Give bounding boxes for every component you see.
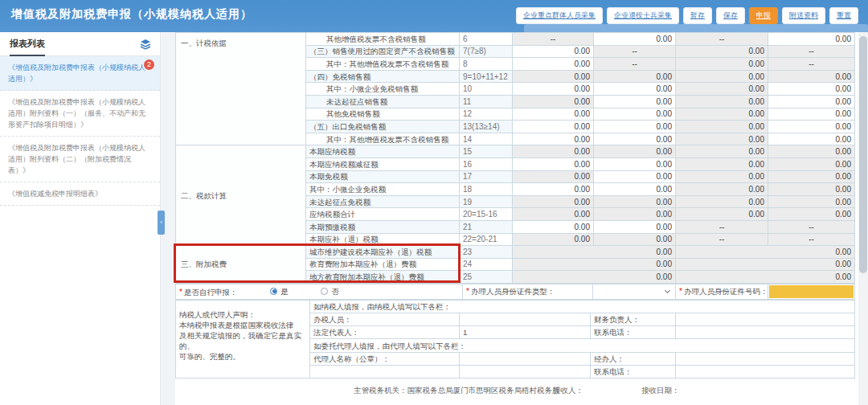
temp-save-button[interactable]: 暂存 <box>683 7 712 24</box>
row-item-label: 未达起征点免税额 <box>306 195 460 208</box>
tax-officer-input[interactable] <box>460 313 591 326</box>
sidebar-item-main-return[interactable]: 《增值税及附加税费申报表（小规模纳税人适用）》 2 <box>0 56 160 91</box>
value-cell-input[interactable]: 0.00 <box>594 133 676 145</box>
row-item-label: 教育费附加本期应补（退）费额 <box>306 258 460 271</box>
value-cell-input[interactable]: 0.00 <box>594 108 676 121</box>
value-cell-readonly: 0.00 <box>676 58 768 71</box>
value-cell-readonly: 0.00 <box>676 145 768 158</box>
value-cell-readonly: 0.00 <box>676 133 768 145</box>
table-row: 三、附加税费城市维护建设税本期应补（退）税额230.000.00 <box>176 246 855 259</box>
row-item-label: 其中：小微企业免税销售额 <box>306 83 460 96</box>
value-cell-readonly: -- <box>594 58 676 71</box>
value-cell-input[interactable]: 0.00 <box>513 183 594 196</box>
table-row: *是否自行申报： 是 否 *办理人员身份证件类型： *办理人员身份证件号码： <box>176 284 855 299</box>
value-cell-input[interactable]: 0.00 <box>594 170 676 183</box>
radio-unselected-icon <box>321 288 328 295</box>
radio-self-declare-no[interactable]: 否 <box>321 286 339 297</box>
phone2-input[interactable] <box>676 365 855 378</box>
value-cell-readonly: 0.00 <box>594 145 676 158</box>
sidebar-item-appendix-1[interactable]: 《增值税及附加税费申报表（小规模纳税人适用）附列资料（一）（服务、不动产和无形资… <box>0 91 160 137</box>
value-cell-input[interactable]: 0.00 <box>513 220 594 233</box>
cert-type-select[interactable] <box>593 284 676 299</box>
value-cell-readonly: -- <box>768 220 855 233</box>
line-number: 6 <box>460 33 513 46</box>
finance-chief-input[interactable] <box>676 313 855 326</box>
phone1-input[interactable] <box>676 326 855 339</box>
value-cell-input[interactable]: 0.00 <box>768 95 855 108</box>
value-cell-input[interactable]: 0.00 <box>594 121 676 133</box>
layers-icon[interactable] <box>139 38 152 51</box>
sidebar-collapse-handle[interactable]: ‹ <box>158 211 165 235</box>
line-number: 25 <box>460 271 513 284</box>
value-cell-input[interactable]: 0.00 <box>513 58 594 71</box>
value-cell-readonly: 0.00 <box>513 208 594 221</box>
value-cell-input[interactable]: 0.00 <box>594 158 676 170</box>
value-cell-input[interactable]: 0.00 <box>768 108 855 121</box>
value-cell-input[interactable]: 0.00 <box>594 183 676 196</box>
topbar-highlight-strip <box>524 24 868 32</box>
row-item-label: 本期应纳税额 <box>306 145 460 158</box>
sidebar-item-label: 《增值税及附加税费申报表（小规模纳税人适用）附列资料（一）（服务、不动产和无形资… <box>8 98 145 129</box>
line-number: 10 <box>460 83 513 96</box>
value-cell-input[interactable]: 0.00 <box>513 121 594 133</box>
required-mark: * <box>179 288 182 297</box>
line-number: 14 <box>460 133 513 145</box>
tax-authority-text: 主管税务机关：国家税务总局厦门市思明区税务局梧村税务所 <box>354 386 560 396</box>
value-cell-input[interactable]: 0.00 <box>768 33 855 46</box>
value-cell-input[interactable]: 0.00 <box>768 83 855 96</box>
line-number: 15 <box>460 145 513 158</box>
value-cell-readonly: 0.00 <box>513 145 594 158</box>
row-item-label: 其中：其他增值税发票不含税销售额 <box>306 58 460 71</box>
value-cell-readonly: 0.00 <box>594 70 676 83</box>
cert-no-input[interactable] <box>769 285 854 298</box>
value-cell-input[interactable]: 0.00 <box>594 220 676 233</box>
row-item-label: 本期免税额 <box>306 170 460 183</box>
radio-self-declare-yes[interactable]: 是 <box>270 286 289 297</box>
value-cell-input[interactable]: 0.00 <box>594 83 676 96</box>
sidebar-item-appendix-2[interactable]: 《增值税及附加税费申报表（小规模纳税人适用）附列资料（二）（附加税费情况表）》 <box>0 137 160 182</box>
section-label: 三、附加税费 <box>176 246 306 284</box>
finance-chief-label: 财务负责人： <box>591 313 676 326</box>
line-number: 11 <box>460 95 513 108</box>
reset-button[interactable]: 重置 <box>829 7 858 24</box>
save-button[interactable]: 保存 <box>716 7 745 24</box>
handler-input[interactable] <box>676 352 855 365</box>
value-cell-input[interactable]: 0.00 <box>594 95 676 108</box>
row-item-label: 其中：小微企业免税额 <box>306 183 460 196</box>
sidebar-header: 报表列表 <box>0 32 160 56</box>
empty-cell <box>460 365 591 378</box>
value-cell-input[interactable]: 0.00 <box>768 133 855 145</box>
row-item-label: 本期应纳税额减征额 <box>306 158 460 170</box>
submit-declare-button[interactable]: 申报 <box>749 7 778 24</box>
value-cell-input[interactable]: 0.00 <box>513 108 594 121</box>
cert-no-cell <box>768 284 855 299</box>
self-declare-label: 是否自行申报： <box>184 288 238 297</box>
line-number: 9=10+11+12 <box>460 70 513 83</box>
value-cell-input[interactable]: 0.00 <box>513 133 594 145</box>
line-number: 8 <box>460 58 513 71</box>
collect-veteran-button[interactable]: 企业退役士兵采集 <box>607 7 679 24</box>
value-cell-readonly: 0.00 <box>676 158 768 170</box>
value-cell-readonly: 0.00 <box>768 208 855 221</box>
scrollbar-thumb[interactable] <box>859 36 867 273</box>
cert-no-label: 办理人员身份证件号码： <box>684 287 768 296</box>
value-cell-input[interactable]: 0.00 <box>594 33 676 46</box>
collect-key-group-button[interactable]: 企业重点群体人员采集 <box>516 7 603 24</box>
line-number: 23 <box>460 246 513 259</box>
value-cell-readonly: 0.00 <box>676 258 855 271</box>
legal-rep-input[interactable]: 1 <box>460 326 591 339</box>
section-label: 二、税款计算 <box>176 145 306 246</box>
value-cell-readonly: 0.00 <box>768 183 855 196</box>
row-item-label: 本期应补（退）税额 <box>306 233 460 246</box>
row-item-label: （五）出口免税销售额 <box>306 121 460 133</box>
sidebar-item-reduction-detail[interactable]: 《增值税减免税申报明细表》 <box>0 182 160 206</box>
agent-name-input[interactable] <box>460 352 591 365</box>
value-cell-readonly: 0.00 <box>768 170 855 183</box>
value-cell-input[interactable]: 0.00 <box>513 45 594 58</box>
value-cell-input[interactable]: 0.00 <box>513 83 594 96</box>
attach-material-button[interactable]: 附送资料 <box>782 7 825 24</box>
value-cell-input[interactable]: 0.00 <box>513 158 594 170</box>
value-cell-input[interactable]: 0.00 <box>768 121 855 133</box>
value-cell-readonly: 0.00 <box>513 258 676 271</box>
cert-type-label: 办理人员身份证件类型： <box>471 287 555 296</box>
